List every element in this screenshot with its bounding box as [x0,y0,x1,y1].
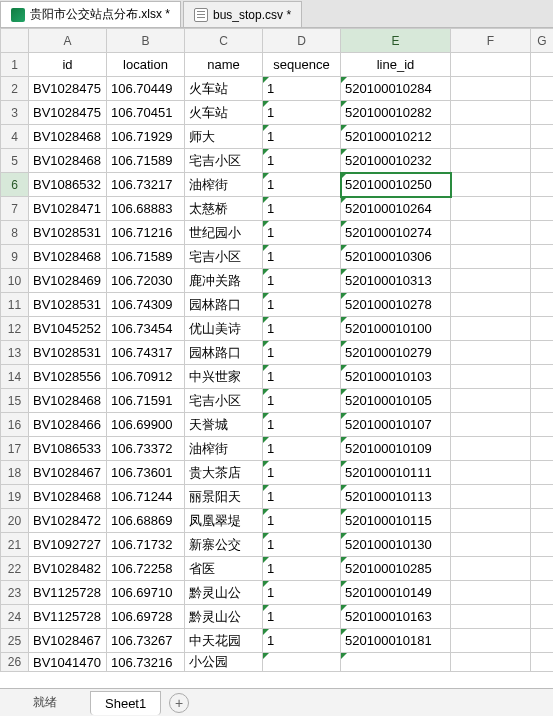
select-all-corner[interactable] [1,29,29,53]
cell[interactable]: 520100010130 [341,533,451,557]
row-header[interactable]: 18 [1,461,29,485]
row-header[interactable]: 14 [1,365,29,389]
row-header[interactable]: 4 [1,125,29,149]
cell[interactable]: 106.71589 [107,245,185,269]
col-header-C[interactable]: C [185,29,263,53]
row-header[interactable]: 11 [1,293,29,317]
row-header[interactable]: 10 [1,269,29,293]
cell[interactable]: !520100010250 [341,173,451,197]
cell[interactable]: name [185,53,263,77]
cell[interactable]: 1 [263,245,341,269]
cell[interactable]: 鹿冲关路 [185,269,263,293]
cell[interactable]: 1 [263,437,341,461]
row-header[interactable]: 23 [1,581,29,605]
cell[interactable]: BV1028469 [29,269,107,293]
cell[interactable]: 宅吉小区 [185,389,263,413]
cell[interactable]: 新寨公交 [185,533,263,557]
cell[interactable]: 1 [263,581,341,605]
row-header[interactable]: 3 [1,101,29,125]
col-header-B[interactable]: B [107,29,185,53]
cell[interactable]: 520100010111 [341,461,451,485]
cell[interactable] [531,125,554,149]
cell[interactable]: 106.69900 [107,413,185,437]
cell[interactable]: BV1041470 [29,653,107,672]
cell[interactable]: 1 [263,269,341,293]
cell[interactable]: BV1028472 [29,509,107,533]
row-header[interactable]: 1 [1,53,29,77]
cell[interactable] [531,389,554,413]
row-header[interactable]: 12 [1,317,29,341]
cell[interactable]: 世纪园小 [185,221,263,245]
cell[interactable] [531,557,554,581]
cell[interactable]: 1 [263,77,341,101]
cell[interactable]: 太慈桥 [185,197,263,221]
cell[interactable] [451,221,531,245]
cell[interactable]: 1 [263,101,341,125]
cell[interactable]: BV1028466 [29,413,107,437]
cell[interactable]: line_id [341,53,451,77]
cell[interactable] [531,101,554,125]
cell[interactable]: 520100010212 [341,125,451,149]
cell[interactable]: 520100010181 [341,629,451,653]
cell[interactable]: 520100010103 [341,365,451,389]
cell[interactable]: 1 [263,461,341,485]
cell[interactable] [531,317,554,341]
row-header[interactable]: 17 [1,437,29,461]
cell[interactable] [451,365,531,389]
cell[interactable]: BV1028475 [29,101,107,125]
cell[interactable]: BV1028467 [29,629,107,653]
cell[interactable]: 油榨街 [185,437,263,461]
row-header[interactable]: 20 [1,509,29,533]
cell[interactable] [451,653,531,672]
cell[interactable] [451,269,531,293]
cell[interactable] [531,269,554,293]
cell[interactable] [531,53,554,77]
cell[interactable]: 丽景阳天 [185,485,263,509]
cell[interactable]: BV1028468 [29,149,107,173]
col-header-G[interactable]: G [531,29,554,53]
row-header[interactable]: 19 [1,485,29,509]
cell[interactable] [451,461,531,485]
cell[interactable]: 1 [263,605,341,629]
cell[interactable]: 凤凰翠堤 [185,509,263,533]
add-sheet-button[interactable]: + [169,693,189,713]
col-header-A[interactable]: A [29,29,107,53]
cell[interactable]: 106.73454 [107,317,185,341]
cell[interactable] [531,437,554,461]
cell[interactable]: 1 [263,413,341,437]
cell[interactable]: BV1092727 [29,533,107,557]
cell[interactable]: 106.71589 [107,149,185,173]
cell[interactable]: 优山美诗 [185,317,263,341]
cell[interactable] [451,173,531,197]
cell[interactable]: 1 [263,485,341,509]
cell[interactable]: id [29,53,107,77]
cell[interactable] [263,653,341,672]
cell[interactable]: 黔灵山公 [185,581,263,605]
cell[interactable]: 106.71216 [107,221,185,245]
cell[interactable]: BV1125728 [29,605,107,629]
cell[interactable] [531,485,554,509]
cell[interactable] [341,653,451,672]
cell[interactable] [451,485,531,509]
cell[interactable] [451,581,531,605]
row-header[interactable]: 6 [1,173,29,197]
cell[interactable]: 火车站 [185,77,263,101]
cell[interactable] [531,629,554,653]
cell[interactable]: 1 [263,221,341,245]
cell[interactable]: 106.70912 [107,365,185,389]
cell[interactable] [531,173,554,197]
cell[interactable]: 师大 [185,125,263,149]
cell[interactable]: BV1086532 [29,173,107,197]
cell[interactable]: location [107,53,185,77]
cell[interactable]: 106.73267 [107,629,185,653]
cell[interactable]: 106.70449 [107,77,185,101]
cell[interactable]: BV1028475 [29,77,107,101]
cell[interactable] [451,605,531,629]
row-header[interactable]: 24 [1,605,29,629]
cell[interactable]: 106.73372 [107,437,185,461]
row-header[interactable]: 15 [1,389,29,413]
col-header-E[interactable]: E [341,29,451,53]
cell[interactable]: 1 [263,389,341,413]
cell[interactable]: 520100010115 [341,509,451,533]
cell[interactable] [531,197,554,221]
